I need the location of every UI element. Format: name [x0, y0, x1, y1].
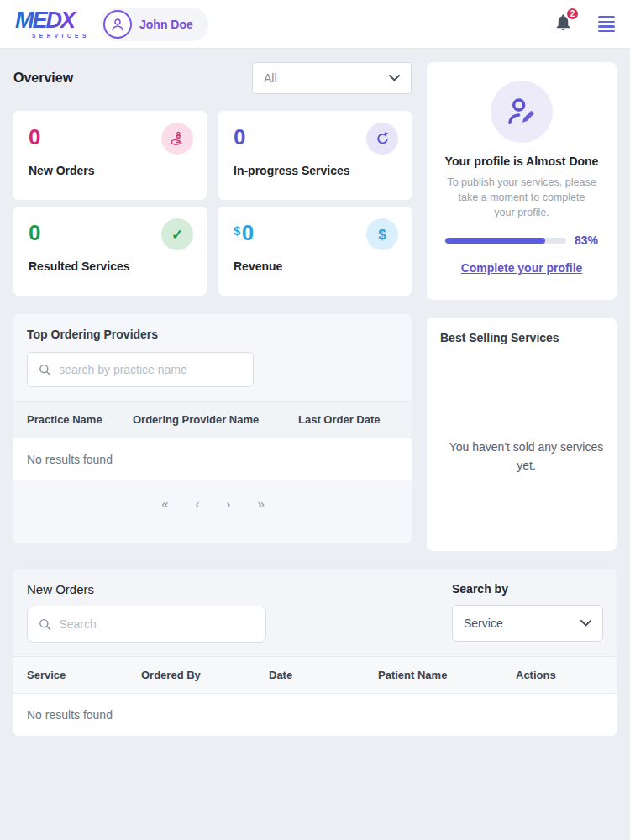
stat-card-inprogress: 0 In-progress Services	[218, 111, 412, 200]
hamburger-menu-icon[interactable]	[598, 13, 615, 35]
dollar-icon: $	[366, 218, 398, 250]
column-header: Ordering Provider Name	[133, 413, 298, 426]
providers-card-title: Top Ordering Providers	[27, 328, 398, 341]
stat-label: Revenue	[234, 260, 396, 273]
progress-fill	[445, 238, 545, 244]
providers-table-header: Practice Name Ordering Provider Name Las…	[13, 401, 412, 438]
best-selling-services-card: Best Selling Services You haven't sold a…	[427, 318, 617, 551]
stat-label: In-progress Services	[234, 164, 396, 177]
best-selling-empty-message: You haven't sold any services yet.	[440, 438, 612, 475]
profile-completion-card: Your profile is Almost Done To publish y…	[427, 62, 617, 300]
overview-filter-dropdown[interactable]: All	[252, 62, 412, 94]
new-orders-section: New Orders Search by Service	[13, 569, 617, 736]
left-column: Overview All 0	[13, 62, 412, 551]
user-name: John Doe	[139, 18, 193, 31]
stat-label: New Orders	[29, 164, 192, 177]
column-header: Practice Name	[27, 413, 133, 426]
top-header: MEDX SERVICES John Doe 2	[0, 0, 630, 49]
orders-search-input[interactable]	[59, 617, 255, 631]
chevron-down-icon	[580, 620, 591, 627]
page-title: Overview	[13, 71, 73, 86]
providers-search	[27, 352, 254, 387]
user-edit-icon	[491, 81, 553, 143]
stat-card-revenue: $0 $ Revenue	[218, 207, 412, 296]
search-by-label: Search by	[452, 582, 603, 596]
search-by-dropdown[interactable]: Service	[452, 605, 603, 642]
stat-card-new-orders: 0 New Orders	[13, 111, 207, 200]
refresh-icon	[366, 123, 398, 155]
progress-track	[445, 238, 566, 244]
profile-card-title: Your profile is Almost Done	[440, 155, 603, 168]
column-header: Last Order Date	[298, 413, 398, 426]
medx-logo[interactable]: MEDX SERVICES	[15, 7, 89, 42]
search-icon	[39, 617, 51, 632]
medx-logo-icon: MEDX SERVICES	[15, 7, 89, 42]
column-header: Actions	[516, 669, 603, 681]
orders-search	[27, 606, 266, 643]
pagination: « ‹ › »	[13, 480, 412, 511]
pagination-last-button[interactable]: »	[258, 496, 264, 511]
pagination-next-button[interactable]: ›	[227, 496, 230, 511]
stat-label: Resulted Services	[29, 260, 192, 273]
orders-table-header: Service Ordered By Date Patient Name Act…	[13, 656, 617, 694]
progress-percent-label: 83%	[575, 234, 598, 247]
chevron-down-icon	[389, 75, 400, 81]
stat-card-resulted: 0 ✓ Resulted Services	[13, 207, 207, 296]
pagination-prev-button[interactable]: ‹	[196, 496, 199, 511]
check-icon: ✓	[161, 218, 193, 250]
column-header: Date	[269, 669, 378, 681]
logo-text: MEDX	[15, 8, 77, 33]
orders-empty-row: No results found	[13, 694, 617, 736]
pagination-first-button[interactable]: «	[161, 496, 167, 511]
notification-badge: 2	[565, 7, 580, 21]
complete-profile-link[interactable]: Complete your profile	[461, 261, 583, 275]
column-header: Service	[27, 669, 141, 681]
logo-subtext: SERVICES	[32, 33, 89, 39]
user-menu[interactable]: John Doe	[101, 8, 208, 41]
providers-empty-row: No results found	[13, 438, 412, 480]
providers-search-input[interactable]	[59, 363, 242, 376]
currency-symbol: $	[234, 223, 241, 238]
column-header: Ordered By	[141, 669, 269, 681]
notifications-button[interactable]: 2	[554, 13, 573, 35]
hand-holding-icon	[161, 123, 193, 155]
search-icon	[39, 363, 51, 377]
overview-filter-value: All	[264, 71, 277, 85]
profile-progress: 83%	[445, 234, 598, 247]
search-by-value: Service	[464, 617, 503, 630]
profile-card-description: To publish your services, please take a …	[447, 175, 596, 220]
column-header: Patient Name	[378, 669, 516, 681]
new-orders-title: New Orders	[27, 582, 266, 596]
stats-grid: 0 New Orders 0	[13, 111, 412, 296]
right-column: Your profile is Almost Done To publish y…	[427, 62, 617, 551]
top-ordering-providers-card: Top Ordering Providers Practice Name Ord…	[13, 314, 412, 543]
best-selling-title: Best Selling Services	[440, 331, 603, 344]
user-avatar-icon	[103, 10, 132, 39]
